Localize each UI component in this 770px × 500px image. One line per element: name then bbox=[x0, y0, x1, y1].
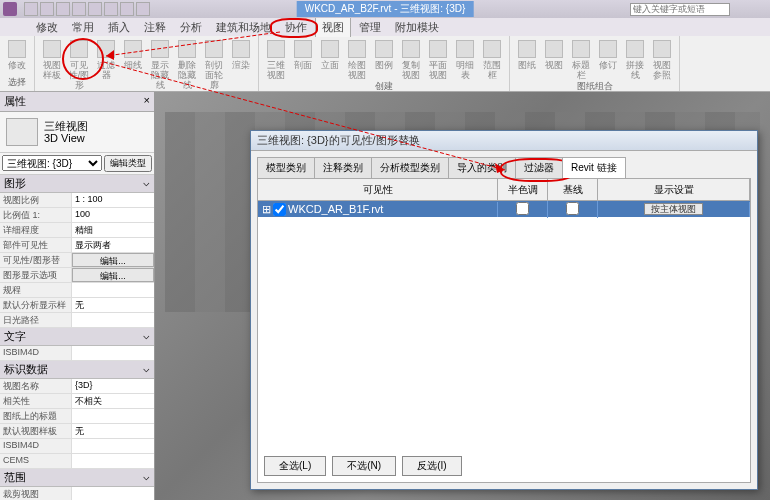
prop-row[interactable]: 部件可见性显示两者 bbox=[0, 238, 154, 253]
tab-分析[interactable]: 分析 bbox=[174, 18, 208, 37]
dlg-footer-btn[interactable]: 全选(L) bbox=[264, 456, 326, 476]
ribbon-图例[interactable]: 图例 bbox=[371, 38, 397, 80]
tab-修改[interactable]: 修改 bbox=[30, 18, 64, 37]
prop-row[interactable]: 视图比例1 : 100 bbox=[0, 193, 154, 208]
view-sub-label: 3D View bbox=[44, 132, 88, 144]
ribbon-可见性/图形[interactable]: 可见性/图形 bbox=[66, 38, 92, 90]
instance-selector[interactable]: 三维视图: {3D} bbox=[2, 155, 102, 171]
ribbon-平面视图[interactable]: 平面视图 bbox=[425, 38, 451, 80]
prop-row[interactable]: 默认视图样板无 bbox=[0, 424, 154, 439]
qat-btn[interactable] bbox=[104, 2, 118, 16]
prop-row[interactable]: 相关性不相关 bbox=[0, 394, 154, 409]
prop-row[interactable]: 裁剪视图 bbox=[0, 487, 154, 500]
prop-row[interactable]: 图形显示选项编辑... bbox=[0, 268, 154, 283]
ribbon-group-title: 选择 bbox=[4, 76, 30, 89]
ribbon-拼接线[interactable]: 拼接线 bbox=[622, 38, 648, 80]
dlg-footer-btn[interactable]: 反选(I) bbox=[402, 456, 461, 476]
qat-btn[interactable] bbox=[120, 2, 134, 16]
prop-row[interactable]: 图纸上的标题 bbox=[0, 409, 154, 424]
ribbon-修订[interactable]: 修订 bbox=[595, 38, 621, 80]
ribbon-删除隐藏线[interactable]: 删除隐藏线 bbox=[174, 38, 200, 90]
tab-附加模块[interactable]: 附加模块 bbox=[389, 18, 445, 37]
ribbon-剖面[interactable]: 剖面 bbox=[290, 38, 316, 80]
window-title: WKCD_AR_B2F.rvt - 三维视图: {3D} bbox=[297, 1, 474, 17]
prop-row[interactable]: CEMS bbox=[0, 454, 154, 469]
link-row[interactable]: ⊞WKCD_AR_B1F.rvt 按主体视图 bbox=[258, 201, 750, 217]
tab-常用[interactable]: 常用 bbox=[66, 18, 100, 37]
ribbon-视图参照[interactable]: 视图参照 bbox=[649, 38, 675, 80]
qat-btn[interactable] bbox=[56, 2, 70, 16]
app-icon[interactable] bbox=[3, 2, 17, 16]
ribbon-绘图视图[interactable]: 绘图视图 bbox=[344, 38, 370, 80]
visibility-graphics-dialog: 三维视图: {3D}的可见性/图形替换 模型类别注释类别分析模型类别导入的类别过… bbox=[250, 130, 758, 490]
link-name: WKCD_AR_B1F.rvt bbox=[288, 203, 383, 215]
col-halftone: 半色调 bbox=[498, 179, 548, 200]
prop-row[interactable]: 规程 bbox=[0, 283, 154, 298]
ribbon-显示隐藏线[interactable]: 显示隐藏线 bbox=[147, 38, 173, 90]
prop-section-文字[interactable]: 文字⌵ bbox=[0, 328, 154, 346]
prop-row[interactable]: 可见性/图形替换编辑... bbox=[0, 253, 154, 268]
link-visible-checkbox[interactable] bbox=[273, 203, 286, 216]
dialog-tabs: 模型类别注释类别分析模型类别导入的类别过滤器Revit 链接 bbox=[257, 157, 751, 178]
dlg-tab-1[interactable]: 注释类别 bbox=[314, 157, 372, 178]
dialog-title: 三维视图: {3D}的可见性/图形替换 bbox=[251, 131, 757, 151]
ribbon-过滤器[interactable]: 过滤器 bbox=[93, 38, 119, 90]
prop-section-图形[interactable]: 图形⌵ bbox=[0, 175, 154, 193]
dlg-tab-4[interactable]: 过滤器 bbox=[515, 157, 563, 178]
search-input[interactable] bbox=[630, 3, 730, 16]
properties-panel: 属性× 三维视图3D View 三维视图: {3D} 编辑类型 图形⌵视图比例1… bbox=[0, 92, 155, 500]
ribbon-视图[interactable]: 视图 bbox=[541, 38, 567, 80]
quick-access-toolbar bbox=[24, 2, 150, 16]
prop-section-标识数据[interactable]: 标识数据⌵ bbox=[0, 361, 154, 379]
tab-注释[interactable]: 注释 bbox=[138, 18, 172, 37]
ribbon-tabs: 修改常用插入注释分析建筑和场地协作视图管理附加模块 bbox=[0, 18, 770, 36]
ribbon-视图样板[interactable]: 视图样板 bbox=[39, 38, 65, 90]
col-display: 显示设置 bbox=[598, 179, 750, 200]
halftone-checkbox[interactable] bbox=[516, 202, 529, 215]
qat-btn[interactable] bbox=[40, 2, 54, 16]
ribbon-修改[interactable]: 修改 bbox=[4, 38, 30, 76]
tab-插入[interactable]: 插入 bbox=[102, 18, 136, 37]
edit-type-button[interactable]: 编辑类型 bbox=[104, 155, 152, 172]
ribbon-立面[interactable]: 立面 bbox=[317, 38, 343, 80]
dlg-tab-5[interactable]: Revit 链接 bbox=[562, 157, 626, 178]
qat-btn[interactable] bbox=[24, 2, 38, 16]
dlg-tab-0[interactable]: 模型类别 bbox=[257, 157, 315, 178]
ribbon-范围框[interactable]: 范围框 bbox=[479, 38, 505, 80]
qat-btn[interactable] bbox=[88, 2, 102, 16]
display-settings-button[interactable]: 按主体视图 bbox=[644, 203, 703, 215]
properties-title: 属性 bbox=[4, 94, 26, 109]
tab-建筑和场地[interactable]: 建筑和场地 bbox=[210, 18, 277, 37]
ribbon-剖切面轮廓[interactable]: 剖切面轮廓 bbox=[201, 38, 227, 90]
tab-管理[interactable]: 管理 bbox=[353, 18, 387, 37]
col-underlay: 基线 bbox=[548, 179, 598, 200]
ribbon-渲染[interactable]: 渲染 bbox=[228, 38, 254, 90]
ribbon-标题栏[interactable]: 标题栏 bbox=[568, 38, 594, 80]
prop-row[interactable]: 视图名称{3D} bbox=[0, 379, 154, 394]
prop-row[interactable]: ISBIM4D bbox=[0, 346, 154, 361]
prop-row[interactable]: 日光路径 bbox=[0, 313, 154, 328]
prop-section-范围[interactable]: 范围⌵ bbox=[0, 469, 154, 487]
ribbon-复制视图[interactable]: 复制视图 bbox=[398, 38, 424, 80]
ribbon-细线[interactable]: 细线 bbox=[120, 38, 146, 90]
tab-协作[interactable]: 协作 bbox=[279, 18, 313, 37]
view-type-label: 三维视图 bbox=[44, 120, 88, 132]
underlay-checkbox[interactable] bbox=[566, 202, 579, 215]
ribbon-三维视图[interactable]: 三维视图 bbox=[263, 38, 289, 80]
expand-icon[interactable]: ⊞ bbox=[262, 203, 271, 216]
qat-btn[interactable] bbox=[72, 2, 86, 16]
prop-row[interactable]: 默认分析显示样式无 bbox=[0, 298, 154, 313]
col-visibility: 可见性 bbox=[258, 179, 498, 200]
tab-视图[interactable]: 视图 bbox=[315, 17, 351, 37]
prop-row[interactable]: 详细程度精细 bbox=[0, 223, 154, 238]
dlg-footer-btn[interactable]: 不选(N) bbox=[332, 456, 396, 476]
prop-row[interactable]: 比例值 1:100 bbox=[0, 208, 154, 223]
prop-row[interactable]: ISBIM4D bbox=[0, 439, 154, 454]
ribbon-图纸[interactable]: 图纸 bbox=[514, 38, 540, 80]
dlg-tab-3[interactable]: 导入的类别 bbox=[448, 157, 516, 178]
ribbon: 修改选择视图样板可见性/图形过滤器细线显示隐藏线删除隐藏线剖切面轮廓渲染图形三维… bbox=[0, 36, 770, 92]
ribbon-明细表[interactable]: 明细表 bbox=[452, 38, 478, 80]
close-icon[interactable]: × bbox=[144, 94, 150, 109]
dlg-tab-2[interactable]: 分析模型类别 bbox=[371, 157, 449, 178]
qat-btn[interactable] bbox=[136, 2, 150, 16]
